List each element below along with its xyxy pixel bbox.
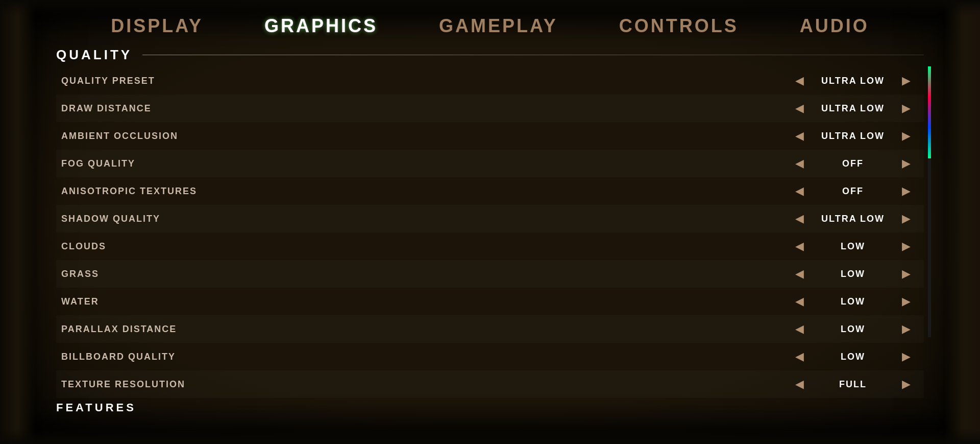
setting-control-texture-resolution: ◀ FULL ▶ [653,373,919,395]
tab-controls[interactable]: CONTROLS [619,15,739,37]
setting-row-clouds: CLOUDS ◀ LOW ▶ [56,232,924,260]
setting-control-billboard-quality: ◀ LOW ▶ [653,346,919,367]
setting-control-quality-preset: ◀ ULTRA LOW ▶ [653,70,919,91]
setting-label-draw-distance: DRAW DISTANCE [61,103,653,114]
setting-label-clouds: CLOUDS [61,241,653,252]
arrow-right-shadow-quality[interactable]: ▶ [894,208,919,229]
setting-row-grass: GRASS ◀ LOW ▶ [56,260,924,288]
scroll-thumb[interactable] [928,66,931,158]
setting-label-fog-quality: FOG QUALITY [61,158,653,169]
features-section-title: FEATURES [56,401,924,416]
settings-container: QUALITY QUALITY PRESET ◀ ULTRA LOW ▶ DRA… [0,47,980,444]
tab-graphics[interactable]: GRAPHICS [264,15,378,37]
arrow-right-clouds[interactable]: ▶ [894,236,919,257]
setting-value-water: LOW [812,296,894,307]
arrow-right-draw-distance[interactable]: ▶ [894,98,919,119]
arrow-left-anisotropic-textures[interactable]: ◀ [787,180,812,202]
quality-section-header: QUALITY [56,47,924,63]
arrow-left-quality-preset[interactable]: ◀ [787,70,812,91]
arrow-right-parallax-distance[interactable]: ▶ [894,318,919,340]
setting-row-shadow-quality: SHADOW QUALITY ◀ ULTRA LOW ▶ [56,205,924,232]
setting-control-ambient-occlusion: ◀ ULTRA LOW ▶ [653,125,919,147]
setting-row-fog-quality: FOG QUALITY ◀ OFF ▶ [56,150,924,177]
setting-row-anisotropic-textures: ANISOTROPIC TEXTURES ◀ OFF ▶ [56,177,924,205]
main-content: DISPLAY GRAPHICS GAMEPLAY CONTROLS AUDIO… [0,0,980,444]
arrow-left-draw-distance[interactable]: ◀ [787,98,812,119]
section-divider [142,55,924,55]
setting-label-grass: GRASS [61,269,653,279]
arrow-right-texture-resolution[interactable]: ▶ [894,373,919,395]
setting-value-quality-preset: ULTRA LOW [812,76,894,86]
setting-control-anisotropic-textures: ◀ OFF ▶ [653,180,919,202]
setting-control-fog-quality: ◀ OFF ▶ [653,153,919,174]
setting-value-parallax-distance: LOW [812,324,894,335]
arrow-left-parallax-distance[interactable]: ◀ [787,318,812,340]
arrow-left-ambient-occlusion[interactable]: ◀ [787,125,812,147]
scrollbar[interactable] [928,66,931,337]
setting-label-parallax-distance: PARALLAX DISTANCE [61,324,653,335]
setting-control-clouds: ◀ LOW ▶ [653,236,919,257]
setting-control-water: ◀ LOW ▶ [653,291,919,312]
setting-row-water: WATER ◀ LOW ▶ [56,288,924,315]
setting-value-clouds: LOW [812,241,894,252]
setting-value-grass: LOW [812,269,894,279]
nav-tabs: DISPLAY GRAPHICS GAMEPLAY CONTROLS AUDIO [0,0,980,47]
setting-value-texture-resolution: FULL [812,379,894,390]
setting-control-shadow-quality: ◀ ULTRA LOW ▶ [653,208,919,229]
arrow-right-fog-quality[interactable]: ▶ [894,153,919,174]
arrow-right-billboard-quality[interactable]: ▶ [894,346,919,367]
arrow-right-quality-preset[interactable]: ▶ [894,70,919,91]
setting-label-ambient-occlusion: AMBIENT OCCLUSION [61,131,653,142]
quality-section-title: QUALITY [56,47,132,63]
setting-control-draw-distance: ◀ ULTRA LOW ▶ [653,98,919,119]
arrow-right-water[interactable]: ▶ [894,291,919,312]
tab-audio[interactable]: AUDIO [800,15,869,37]
setting-row-billboard-quality: BILLBOARD QUALITY ◀ LOW ▶ [56,343,924,370]
setting-label-water: WATER [61,296,653,307]
setting-label-anisotropic-textures: ANISOTROPIC TEXTURES [61,186,653,197]
arrow-left-grass[interactable]: ◀ [787,263,812,285]
setting-label-texture-resolution: TEXTURE RESOLUTION [61,379,653,390]
setting-control-parallax-distance: ◀ LOW ▶ [653,318,919,340]
setting-label-shadow-quality: SHADOW QUALITY [61,214,653,224]
arrow-right-ambient-occlusion[interactable]: ▶ [894,125,919,147]
setting-row-ambient-occlusion: AMBIENT OCCLUSION ◀ ULTRA LOW ▶ [56,122,924,150]
arrow-left-shadow-quality[interactable]: ◀ [787,208,812,229]
setting-value-draw-distance: ULTRA LOW [812,103,894,114]
setting-row-parallax-distance: PARALLAX DISTANCE ◀ LOW ▶ [56,315,924,343]
arrow-left-fog-quality[interactable]: ◀ [787,153,812,174]
setting-value-ambient-occlusion: ULTRA LOW [812,131,894,142]
tab-gameplay[interactable]: GAMEPLAY [439,15,558,37]
arrow-right-anisotropic-textures[interactable]: ▶ [894,180,919,202]
setting-row-quality-preset: QUALITY PRESET ◀ ULTRA LOW ▶ [56,67,924,95]
settings-list: QUALITY PRESET ◀ ULTRA LOW ▶ DRAW DISTAN… [56,67,924,398]
setting-label-quality-preset: QUALITY PRESET [61,76,653,86]
setting-row-draw-distance: DRAW DISTANCE ◀ ULTRA LOW ▶ [56,95,924,122]
setting-value-billboard-quality: LOW [812,352,894,362]
arrow-left-clouds[interactable]: ◀ [787,236,812,257]
arrow-left-billboard-quality[interactable]: ◀ [787,346,812,367]
setting-value-fog-quality: OFF [812,158,894,169]
arrow-left-water[interactable]: ◀ [787,291,812,312]
tab-display[interactable]: DISPLAY [111,15,203,37]
arrow-right-grass[interactable]: ▶ [894,263,919,285]
setting-value-anisotropic-textures: OFF [812,186,894,197]
setting-control-grass: ◀ LOW ▶ [653,263,919,285]
setting-label-billboard-quality: BILLBOARD QUALITY [61,352,653,362]
arrow-left-texture-resolution[interactable]: ◀ [787,373,812,395]
setting-row-texture-resolution: TEXTURE RESOLUTION ◀ FULL ▶ [56,370,924,398]
setting-value-shadow-quality: ULTRA LOW [812,214,894,224]
